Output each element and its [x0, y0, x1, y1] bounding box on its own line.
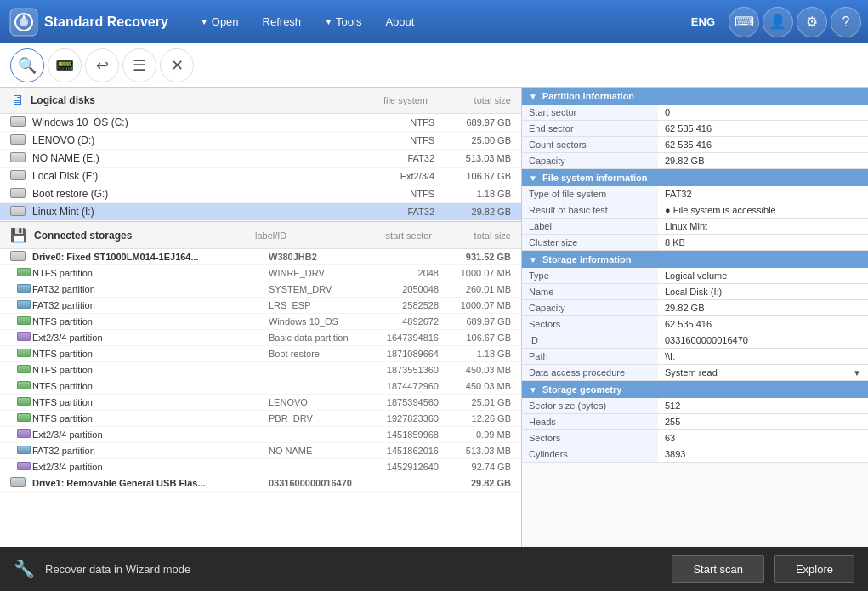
storage-info-table: Type Logical volume Name Local Disk (I:)… [522, 268, 868, 381]
label-col-header: label/ID [255, 230, 349, 241]
search-toolbar-button[interactable]: 🔍 [10, 48, 44, 82]
table-row: Cluster size 8 KB [522, 235, 868, 251]
nav-tools[interactable]: ▼ Tools [313, 10, 373, 33]
partition-item[interactable]: NTFS partition LENOVO 1875394560 25.01 G… [0, 395, 521, 411]
storage-geometry-table: Sector size (bytes) 512 Heads 255 Sector… [522, 398, 868, 463]
partition-item[interactable]: NTFS partition Windows 10_OS 4892672 689… [0, 314, 521, 330]
storage-geometry-header: ▼ Storage geometry [522, 381, 868, 398]
connected-storages-title: Connected storages [34, 230, 248, 242]
table-row: ID 0331600000016470 [522, 332, 868, 349]
start-scan-button[interactable]: Start scan [672, 555, 764, 583]
size-column-header: total size [434, 95, 511, 105]
storage-list: Drive0: Fixed ST1000LM014-1EJ164... W380… [0, 249, 521, 547]
partition-item[interactable]: Ext2/3/4 partition 1451859968 0.99 MB [0, 427, 521, 443]
keyboard-icon-button[interactable]: ⌨ [729, 7, 759, 37]
table-row: End sector 62 535 416 [522, 121, 868, 137]
logical-disk-list: Windows 10_OS (C:) NTFS 689.97 GB LENOVO… [0, 114, 521, 221]
collapse-fs-icon[interactable]: ▼ [529, 173, 537, 183]
table-row: Capacity 29.82 GB [522, 300, 868, 316]
close-toolbar-button[interactable]: ✕ [160, 48, 194, 82]
disk-item[interactable]: LENOVO (D:) NTFS 25.00 GB [0, 132, 521, 150]
toolbar: 🔍 📟 ↩ ☰ ✕ [0, 43, 868, 88]
filesystem-info-section: ▼ File system information Type of file s… [522, 169, 868, 251]
logical-disks-icon: 🖥 [10, 93, 24, 108]
collapse-geometry-icon[interactable]: ▼ [529, 385, 537, 395]
settings-icon-button[interactable]: ⚙ [797, 7, 827, 37]
total-size-col-header: total size [439, 230, 511, 241]
partition-info-section: ▼ Partition information Start sector 0 E… [522, 88, 868, 169]
table-row: Start sector 0 [522, 105, 868, 121]
storages-icon: 💾 [10, 227, 27, 243]
logical-disks-header: 🖥 Logical disks file system total size [0, 88, 521, 114]
partition-item[interactable]: FAT32 partition LRS_ESP 2582528 1000.07 … [0, 298, 521, 314]
drive-item[interactable]: Drive0: Fixed ST1000LM014-1EJ164... W380… [0, 249, 521, 265]
partition-item[interactable]: NTFS partition PBR_DRV 1927823360 12.26 … [0, 411, 521, 427]
storage-info-section: ▼ Storage information Type Logical volum… [522, 251, 868, 381]
partition-item[interactable]: FAT32 partition SYSTEM_DRV 2050048 260.0… [0, 281, 521, 298]
table-row: Capacity 29.82 GB [522, 153, 868, 169]
nav-tools-arrow: ▼ [325, 18, 332, 26]
left-panel: 🖥 Logical disks file system total size W… [0, 88, 522, 547]
table-row: Name Local Disk (I:) [522, 284, 868, 300]
table-row: Heads 255 [522, 414, 868, 430]
filesystem-info-table: Type of file system FAT32 Result of basi… [522, 186, 868, 251]
nav-refresh[interactable]: Refresh [251, 10, 314, 33]
table-row: Sector size (bytes) 512 [522, 398, 868, 414]
header: Standard Recovery ▼ Open Refresh ▼ Tools… [0, 0, 868, 43]
account-icon-button[interactable]: 👤 [763, 7, 793, 37]
right-panel: ▼ Partition information Start sector 0 E… [522, 88, 868, 547]
main-content: 🖥 Logical disks file system total size W… [0, 88, 868, 547]
disk-item[interactable]: Windows 10_OS (C:) NTFS 689.97 GB [0, 114, 521, 132]
header-icon-group: ⌨ 👤 ⚙ ? [729, 7, 861, 37]
nav-about[interactable]: About [373, 10, 426, 33]
collapse-storage-icon[interactable]: ▼ [529, 255, 537, 264]
partition-item[interactable]: NTFS partition 1874472960 450.03 MB [0, 378, 521, 395]
storage-geometry-section: ▼ Storage geometry Sector size (bytes) 5… [522, 381, 868, 463]
partition-info-header: ▼ Partition information [522, 88, 868, 105]
disk-item[interactable]: NO NAME (E:) FAT32 513.03 MB [0, 150, 521, 168]
table-row: Result of basic test ● File system is ac… [522, 202, 868, 219]
table-row: Path \\I: [522, 349, 868, 365]
table-row: Label Linux Mint [522, 219, 868, 235]
partition-item[interactable]: Ext2/3/4 partition 1452912640 92.74 GB [0, 459, 521, 475]
partition-info-table: Start sector 0 End sector 62 535 416 Cou… [522, 105, 868, 169]
partition-item[interactable]: NTFS partition WINRE_DRV 2048 1000.07 MB [0, 265, 521, 281]
table-row: Type Logical volume [522, 268, 868, 284]
app-title: Standard Recovery [44, 14, 168, 30]
table-row: Cylinders 3893 [522, 446, 868, 463]
fs-column-header: file system [343, 95, 428, 105]
partition-item[interactable]: FAT32 partition NO NAME 1451862016 513.0… [0, 443, 521, 459]
footer: 🔧 Recover data in Wizard mode Start scan… [0, 547, 868, 591]
sector-col-header: start sector [355, 230, 432, 241]
storage-info-header: ▼ Storage information [522, 251, 868, 268]
app-logo [7, 5, 41, 39]
table-row: Type of file system FAT32 [522, 186, 868, 202]
preview-toolbar-button[interactable]: ↩ [85, 48, 119, 82]
partition-item[interactable]: NTFS partition Boot restore 1871089664 1… [0, 346, 521, 362]
scan-toolbar-button[interactable]: 📟 [48, 48, 82, 82]
drive-item[interactable]: Drive1: Removable General USB Flas... 03… [0, 475, 521, 492]
logical-disks-title: Logical disks [31, 94, 336, 106]
connected-storages-header: 💾 Connected storages label/ID start sect… [0, 221, 521, 249]
filesystem-info-header: ▼ File system information [522, 169, 868, 186]
nav-menu: ▼ Open Refresh ▼ Tools About [189, 10, 427, 33]
footer-text: Recover data in Wizard mode [45, 563, 661, 576]
disk-item[interactable]: Boot restore (G:) NTFS 1.18 GB [0, 185, 521, 203]
table-row: Sectors 63 [522, 430, 868, 446]
table-row: Count sectors 62 535 416 [522, 137, 868, 153]
dropdown-arrow-icon[interactable]: ▼ [853, 368, 861, 378]
disk-item-selected[interactable]: Linux Mint (I:) FAT32 29.82 GB [0, 203, 521, 221]
nav-open-arrow: ▼ [201, 18, 208, 26]
partition-item[interactable]: NTFS partition 1873551360 450.03 MB [0, 362, 521, 378]
wizard-icon: 🔧 [14, 559, 35, 579]
explore-button[interactable]: Explore [774, 555, 854, 583]
language-selector[interactable]: ENG [681, 15, 725, 28]
partition-item[interactable]: Ext2/3/4 partition Basic data partition … [0, 330, 521, 346]
nav-open[interactable]: ▼ Open [189, 10, 251, 33]
help-icon-button[interactable]: ? [831, 7, 861, 37]
list-toolbar-button[interactable]: ☰ [122, 48, 156, 82]
table-row: Sectors 62 535 416 [522, 316, 868, 332]
table-row: Data access procedure System read ▼ [522, 365, 868, 381]
collapse-partition-icon[interactable]: ▼ [529, 92, 537, 101]
disk-item[interactable]: Local Disk (F:) Ext2/3/4 106.67 GB [0, 168, 521, 185]
